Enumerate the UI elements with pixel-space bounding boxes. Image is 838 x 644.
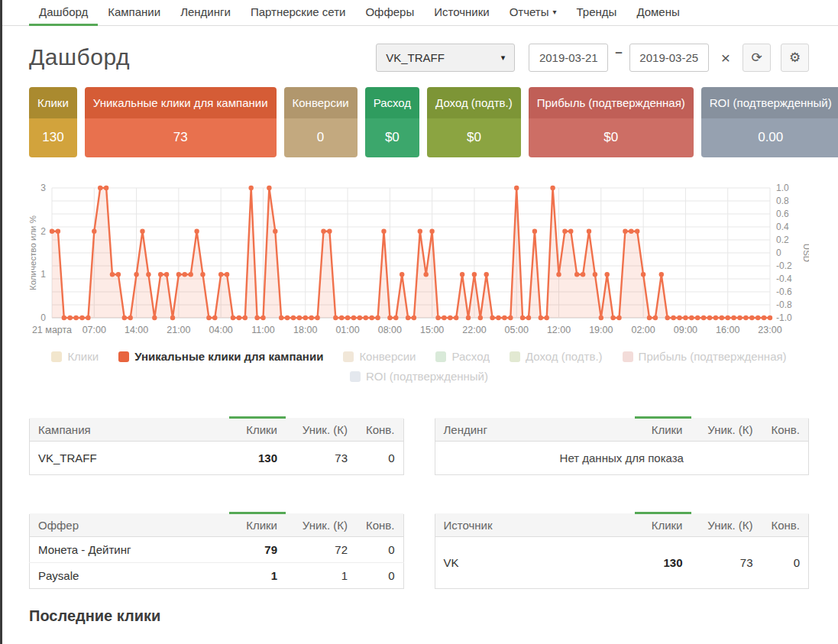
svg-text:09:00: 09:00	[674, 325, 697, 335]
table-column-header[interactable]: Конв.	[356, 418, 403, 442]
svg-text:21:00: 21:00	[167, 325, 190, 335]
date-to-input[interactable]	[629, 44, 709, 72]
svg-text:-0.2: -0.2	[776, 261, 792, 271]
stat-card-value: 73	[85, 118, 277, 157]
campaign-select[interactable]: VK_TRAFF ▾	[376, 44, 515, 72]
nav-item-label: Офферы	[365, 5, 414, 18]
refresh-button[interactable]: ⟳	[743, 44, 771, 72]
nav-item-домены[interactable]: Домены	[626, 0, 689, 26]
nav-item-партнерские-сети[interactable]: Партнерские сети	[241, 0, 356, 26]
nav-item-офферы[interactable]: Офферы	[355, 0, 424, 26]
stat-card-label: ROI (подтвержденный)	[701, 87, 838, 118]
stat-card-label: Уникальные клики для кампании	[85, 87, 277, 118]
svg-text:Количество или %: Количество или %	[29, 215, 37, 290]
svg-text:-1.0: -1.0	[776, 312, 792, 323]
gear-icon: ⚙	[789, 50, 801, 66]
legend-label: Конверсии	[359, 350, 416, 363]
svg-text:12:00: 12:00	[547, 325, 571, 335]
svg-text:08:00: 08:00	[378, 325, 402, 335]
legend-label: Доход (подтв.)	[526, 350, 603, 363]
nav-item-дашборд[interactable]: Дашборд	[29, 0, 98, 26]
svg-text:-0.4: -0.4	[776, 273, 792, 284]
summary-table: КампанияКликиУник. (К)Конв.VK_TRAFF13073…	[29, 416, 404, 475]
legend-label: Уникальные клики для кампании	[134, 350, 323, 363]
svg-text:14:00: 14:00	[125, 325, 148, 335]
svg-text:0.6: 0.6	[776, 209, 789, 219]
stat-card: Уникальные клики для кампании73	[85, 87, 277, 157]
legend-swatch-icon	[623, 351, 633, 362]
svg-text:22:00: 22:00	[462, 325, 486, 335]
nav-item-источники[interactable]: Источники	[424, 0, 499, 26]
chart-canvas: 01231.00.80.60.40.20-0.2-0.4-0.6-0.8-1.0…	[29, 177, 809, 341]
table-cell-name[interactable]: Монета - Дейтинг	[30, 537, 230, 563]
svg-text:0.2: 0.2	[776, 235, 789, 245]
table-column-header[interactable]: Конв.	[356, 513, 403, 537]
nav-item-тренды[interactable]: Тренды	[567, 0, 627, 26]
traffic-chart: 01231.00.80.60.40.20-0.2-0.4-0.6-0.8-1.0…	[29, 177, 809, 341]
table-cell-value: 73	[691, 537, 762, 589]
table-column-header[interactable]: Конв.	[762, 418, 809, 442]
legend-item[interactable]: ROI (подтвержденный)	[350, 370, 488, 383]
clear-dates-icon[interactable]: ×	[721, 50, 730, 66]
table-cell-value: 1	[286, 563, 356, 589]
svg-text:1.0: 1.0	[776, 183, 789, 193]
table-cell-name[interactable]: VK	[435, 537, 635, 589]
table-name-header[interactable]: Кампания	[30, 418, 230, 442]
svg-text:02:00: 02:00	[631, 325, 655, 335]
table-cell-name[interactable]: VK_TRAFF	[30, 442, 230, 475]
table-cell-name[interactable]: Paysale	[30, 563, 230, 589]
settings-button[interactable]: ⚙	[781, 44, 809, 72]
stat-card-value: 130	[29, 118, 77, 157]
legend-swatch-icon	[343, 351, 354, 362]
date-from-input[interactable]	[529, 44, 608, 72]
date-range-separator: –	[615, 45, 622, 60]
recent-clicks-heading: Последние клики	[29, 607, 809, 625]
summary-tables: КампанияКликиУник. (К)Конв.VK_TRAFF13073…	[29, 416, 809, 589]
page-header: Дашборд VK_TRAFF ▾ – × ⟳ ⚙	[29, 40, 809, 75]
table-column-header[interactable]: Уник. (К)	[691, 418, 762, 442]
table-column-header[interactable]: Уник. (К)	[691, 513, 762, 537]
table-cell-value: 72	[286, 537, 356, 563]
table-cell-value: 0	[762, 537, 809, 589]
table-column-header[interactable]: Клики	[229, 418, 286, 442]
stat-card-value: $0	[365, 118, 419, 157]
nav-item-label: Тренды	[577, 5, 617, 18]
svg-text:01:00: 01:00	[335, 325, 359, 335]
table-column-header[interactable]: Конв.	[762, 513, 809, 537]
legend-item[interactable]: Конверсии	[343, 350, 416, 363]
nav-item-лендинги[interactable]: Лендинги	[170, 0, 241, 26]
svg-text:11:00: 11:00	[251, 325, 274, 335]
nav-item-кампании[interactable]: Кампании	[98, 0, 170, 26]
chevron-down-icon: ▾	[501, 53, 506, 63]
table-column-header[interactable]: Уник. (К)	[286, 418, 356, 442]
legend-item[interactable]: Клики	[51, 350, 99, 363]
nav-item-label: Домены	[636, 5, 679, 18]
table-column-header[interactable]: Клики	[635, 418, 691, 442]
svg-text:-0.8: -0.8	[776, 299, 792, 310]
svg-text:1: 1	[40, 269, 46, 280]
svg-text:2: 2	[40, 226, 46, 237]
table-name-header[interactable]: Оффер	[30, 513, 230, 537]
nav-item-label: Отчеты	[510, 5, 549, 18]
legend-item[interactable]: Расход	[435, 350, 489, 363]
legend-item[interactable]: Доход (подтв.)	[510, 350, 603, 363]
table-cell-value: 1	[229, 563, 286, 589]
stat-card: Прибыль (подтвержденная)$0	[529, 87, 694, 157]
table-name-header[interactable]: Источник	[435, 513, 635, 537]
stat-card-label: Расход	[365, 87, 419, 118]
table-empty-row: Нет данных для показа	[435, 442, 809, 475]
nav-item-отчеты[interactable]: Отчеты▾	[500, 0, 567, 26]
svg-text:0: 0	[40, 312, 46, 323]
table-empty-message: Нет данных для показа	[435, 442, 809, 475]
legend-item[interactable]: Прибыль (подтвержденная)	[623, 350, 787, 363]
legend-swatch-icon	[435, 351, 446, 362]
table-name-header[interactable]: Лендинг	[435, 418, 635, 442]
legend-swatch-icon	[51, 351, 62, 362]
table-column-header[interactable]: Клики	[229, 513, 286, 537]
table-column-header[interactable]: Уник. (К)	[286, 513, 356, 537]
legend-label: Расход	[451, 350, 489, 363]
svg-text:0.8: 0.8	[776, 196, 789, 206]
top-nav: ДашбордКампанииЛендингиПартнерские сетиО…	[0, 0, 838, 26]
table-column-header[interactable]: Клики	[635, 513, 691, 537]
legend-item[interactable]: Уникальные клики для кампании	[118, 350, 323, 363]
